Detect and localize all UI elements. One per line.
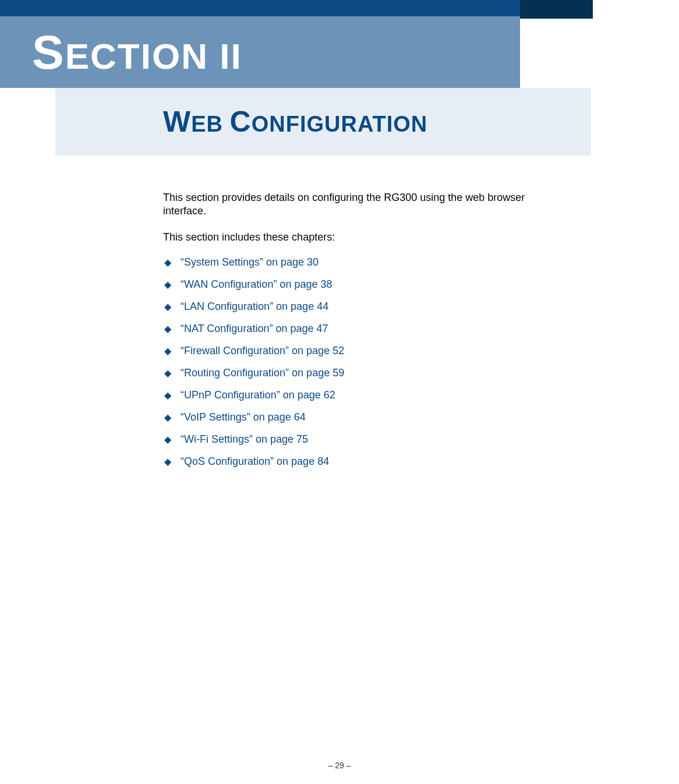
title-word1-rest: EB [191,112,223,136]
list-item: ◆ “UPnP Configuration” on page 62 [163,389,559,401]
title-band: WEB CONFIGURATION [55,88,591,156]
section-title-label-rest: ECTION [65,36,220,76]
chapter-link-system-settings[interactable]: “System Settings” on page 30 [181,256,319,269]
diamond-bullet-icon: ◆ [164,412,171,423]
chapter-link-qos-configuration[interactable]: “QoS Configuration” on page 84 [181,455,329,468]
chapter-link-wan-configuration[interactable]: “WAN Configuration” on page 38 [181,278,332,291]
chapter-link-routing-configuration[interactable]: “Routing Configuration” on page 59 [181,367,344,379]
section-title-initial: S [32,26,65,79]
diamond-bullet-icon: ◆ [164,345,171,356]
chapter-link-firewall-configuration[interactable]: “Firewall Configuration” on page 52 [181,345,344,357]
diamond-bullet-icon: ◆ [164,279,171,290]
diamond-bullet-icon: ◆ [164,390,171,401]
list-item: ◆ “Firewall Configuration” on page 52 [163,345,559,357]
chapter-link-wifi-settings[interactable]: “Wi-Fi Settings” on page 75 [181,433,308,446]
list-item: ◆ “QoS Configuration” on page 84 [163,455,559,468]
chapter-link-nat-configuration[interactable]: “NAT Configuration” on page 47 [181,323,328,335]
title-word1-first: W [163,105,191,138]
page-title: WEB CONFIGURATION [163,105,427,139]
diamond-bullet-icon: ◆ [164,257,171,268]
chapter-link-voip-settings[interactable]: “VoIP Settings” on page 64 [181,411,306,423]
chapter-list-heading: This section includes these chapters: [163,231,559,243]
intro-paragraph: This section provides details on configu… [163,191,559,218]
title-word2-rest: ONFIGURATION [252,112,428,136]
diamond-bullet-icon: ◆ [164,368,171,379]
diamond-bullet-icon: ◆ [164,434,171,445]
chapter-list: ◆ “System Settings” on page 30 ◆ “WAN Co… [163,256,559,468]
chapter-link-upnp-configuration[interactable]: “UPnP Configuration” on page 62 [181,389,335,401]
diamond-bullet-icon: ◆ [164,456,171,467]
page-number-footer: – 29 – [0,761,679,770]
list-item: ◆ “Wi-Fi Settings” on page 75 [163,433,559,446]
top-bar-dark-blue [520,0,593,19]
section-header-banner: SECTION II [0,16,520,88]
diamond-bullet-icon: ◆ [164,301,171,312]
list-item: ◆ “NAT Configuration” on page 47 [163,323,559,335]
list-item: ◆ “LAN Configuration” on page 44 [163,301,559,313]
top-bar-blue [0,0,520,16]
list-item: ◆ “WAN Configuration” on page 38 [163,278,559,291]
list-item: ◆ “System Settings” on page 30 [163,256,559,269]
chapter-link-lan-configuration[interactable]: “LAN Configuration” on page 44 [181,301,328,313]
section-title: SECTION II [32,25,242,80]
content-area: This section provides details on configu… [163,191,559,478]
list-item: ◆ “VoIP Settings” on page 64 [163,411,559,423]
list-item: ◆ “Routing Configuration” on page 59 [163,367,559,379]
diamond-bullet-icon: ◆ [164,323,171,334]
title-word2-first: C [230,105,252,138]
section-number: II [220,36,242,76]
